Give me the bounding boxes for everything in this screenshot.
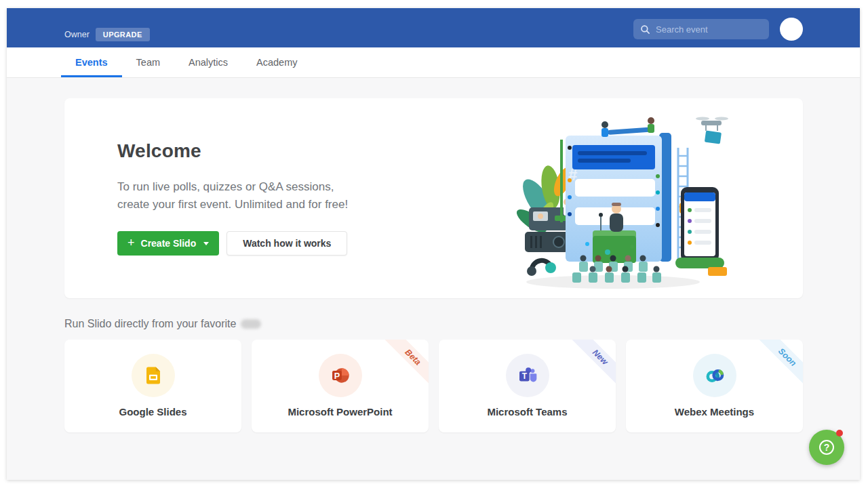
- create-slido-label: Create Slido: [141, 238, 197, 249]
- new-ribbon-label: New: [568, 340, 616, 389]
- notification-dot: [836, 430, 843, 436]
- account-info: Owner UPGRADE: [64, 28, 150, 41]
- beta-ribbon-label: Beta: [381, 340, 429, 389]
- help-button[interactable]: ?: [809, 430, 844, 465]
- tab-team[interactable]: Team: [122, 47, 174, 77]
- card-label: Webex Meetings: [675, 406, 754, 418]
- main-content: Welcome To run live polls, quizzes or Q&…: [7, 78, 860, 480]
- page-title: Welcome: [117, 140, 417, 162]
- integrations-section-label: Run Slido directly from your favorite: [64, 318, 803, 330]
- card-label: Google Slides: [119, 406, 186, 418]
- create-slido-button[interactable]: + Create Slido: [117, 231, 219, 256]
- card-webex-meetings[interactable]: Soon Webex Meetings: [626, 340, 803, 432]
- new-ribbon: New: [566, 340, 616, 390]
- chevron-down-icon: [203, 242, 209, 245]
- webex-icon: [693, 354, 736, 397]
- question-mark-icon: ?: [819, 440, 834, 455]
- welcome-line-2: create your first event. Unlimited and f…: [117, 196, 417, 214]
- tab-academy[interactable]: Academy: [242, 47, 311, 77]
- tab-events[interactable]: Events: [61, 47, 122, 77]
- card-label: Microsoft PowerPoint: [288, 406, 392, 418]
- section-label-text: Run Slido directly from your favorite: [64, 318, 236, 330]
- watch-how-it-works-button[interactable]: Watch how it works: [226, 231, 347, 256]
- welcome-card: Welcome To run live polls, quizzes or Q&…: [64, 98, 803, 298]
- welcome-copy: Welcome To run live polls, quizzes or Q&…: [64, 98, 417, 256]
- app-window: Owner UPGRADE Events Team Analytics Acad…: [7, 8, 860, 480]
- upgrade-button[interactable]: UPGRADE: [96, 28, 150, 41]
- search-icon: [640, 24, 650, 35]
- card-google-slides[interactable]: Google Slides: [64, 340, 241, 432]
- plus-icon: +: [127, 237, 135, 249]
- search-input[interactable]: [656, 24, 775, 35]
- integration-cards: Google Slides Beta P Microsoft PowerPoin…: [64, 340, 803, 432]
- soon-ribbon: Soon: [753, 340, 803, 390]
- card-microsoft-powerpoint[interactable]: Beta P Microsoft PowerPoint: [252, 340, 429, 432]
- beta-ribbon: Beta: [378, 340, 429, 390]
- top-bar: Owner UPGRADE: [7, 8, 860, 47]
- search-box[interactable]: [633, 19, 769, 39]
- top-bar-right: [633, 18, 803, 41]
- card-microsoft-teams[interactable]: New T Microsoft Teams: [439, 340, 616, 432]
- nav-tabs: Events Team Analytics Academy: [7, 47, 860, 78]
- card-label: Microsoft Teams: [487, 406, 567, 418]
- google-slides-icon: [132, 354, 175, 397]
- teams-icon: T: [506, 354, 549, 397]
- teams-letter: T: [521, 371, 527, 381]
- redacted-word: [241, 319, 261, 329]
- owner-role-label: Owner: [64, 30, 90, 39]
- welcome-line-1: To run live polls, quizzes or Q&A sessio…: [117, 178, 417, 196]
- powerpoint-icon: P: [319, 354, 362, 397]
- powerpoint-letter: P: [334, 371, 340, 381]
- welcome-description: To run live polls, quizzes or Q&A sessio…: [117, 178, 417, 214]
- avatar[interactable]: [780, 18, 803, 41]
- soon-ribbon-label: Soon: [755, 340, 803, 389]
- welcome-illustration: #: [506, 100, 731, 296]
- tab-analytics[interactable]: Analytics: [174, 47, 242, 77]
- welcome-actions: + Create Slido Watch how it works: [117, 231, 417, 256]
